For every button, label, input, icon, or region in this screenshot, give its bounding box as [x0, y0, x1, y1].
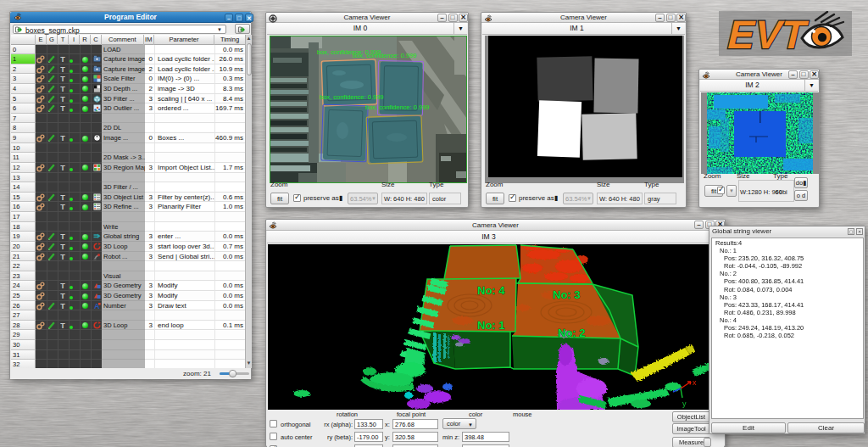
svg-text:EVT: EVT — [724, 13, 811, 56]
svg-text:box, confidence: 0.999: box, confidence: 0.999 — [365, 103, 429, 111]
svg-text:No: 1: No: 1 — [477, 319, 505, 332]
svg-text:box, confidence: 0.999: box, confidence: 0.999 — [320, 93, 383, 101]
svg-text:No: 2: No: 2 — [558, 327, 586, 339]
svg-text:x: x — [693, 378, 697, 387]
svg-text:box, confidence: 0.999: box, confidence: 0.999 — [353, 52, 416, 59]
svg-text:No: 4: No: 4 — [477, 284, 505, 297]
svg-text:y: y — [682, 400, 687, 408]
svg-text:No: 3: No: 3 — [553, 288, 581, 301]
